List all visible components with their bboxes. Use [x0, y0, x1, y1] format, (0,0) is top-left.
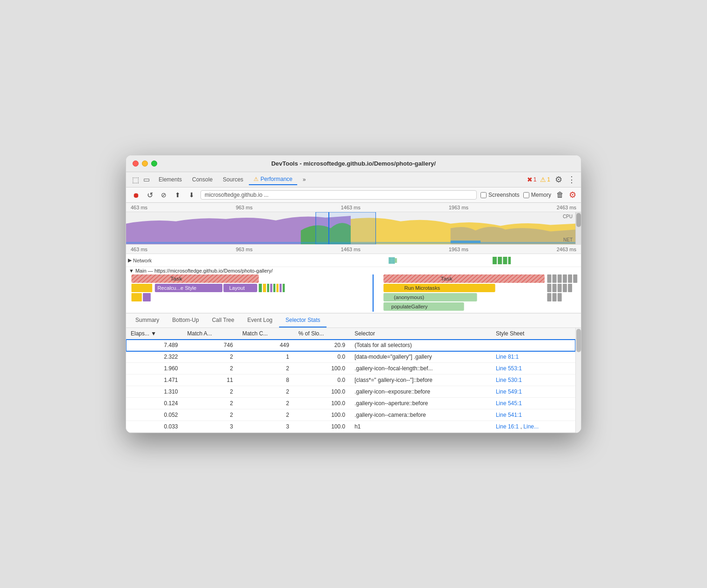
warn-badge: ⚠ 1 [540, 176, 550, 183]
svg-rect-40 [558, 284, 562, 292]
tab-selector-stats[interactable]: Selector Stats [279, 314, 327, 327]
tab-bar: Elements Console Sources ⚠ Performance » [154, 174, 524, 185]
overview-scroll-thumb[interactable] [576, 213, 581, 227]
svg-rect-38 [547, 284, 551, 292]
table-row[interactable]: 0.12422100.0.gallery-icon--aperture::bef… [126, 398, 575, 409]
col-pct-slow[interactable]: % of Slo... [294, 328, 350, 340]
main-track-label[interactable]: ▼ Main — https://microsoftedge.github.io… [126, 267, 581, 274]
col-selector[interactable]: Selector [350, 328, 491, 340]
minimize-button[interactable] [142, 160, 148, 167]
col-match-attempts[interactable]: Match A... [182, 328, 237, 340]
stylesheet-link[interactable]: Line 549:1 [496, 388, 522, 395]
cell-match_count: 2 [238, 409, 294, 421]
stylesheet-link[interactable]: Line 530:1 [496, 377, 522, 383]
device-icon[interactable]: ▭ [142, 175, 151, 184]
settings-button[interactable]: ⚙ [554, 175, 563, 184]
network-chevron-icon: ▶ [128, 257, 132, 263]
download-button[interactable]: ⬇ [187, 190, 197, 200]
top-time-ruler: 463 ms 963 ms 1463 ms 1963 ms 2463 ms [126, 203, 581, 212]
tab-call-tree[interactable]: Call Tree [206, 314, 241, 327]
stylesheet-link[interactable]: Line... [523, 423, 539, 430]
svg-rect-41 [563, 284, 567, 292]
table-row[interactable]: 1.4711180.0[class*=" gallery-icon--"]::b… [126, 374, 575, 386]
cell-pct_slow: 0.0 [294, 374, 350, 386]
table-container: Elaps... ▼ Match A... Match C... % of Sl… [126, 328, 581, 433]
stylesheet-link[interactable]: Line 541:1 [496, 412, 522, 418]
svg-rect-39 [553, 284, 557, 292]
maximize-button[interactable] [151, 160, 157, 167]
performance-settings-button[interactable]: ⚙ [569, 190, 576, 200]
cell-selector: h1 [350, 421, 491, 433]
table-row[interactable]: 0.03333100.0h1Line 16:1 , Line... [126, 421, 575, 433]
svg-text:Task: Task [440, 276, 452, 281]
cell-selector: .gallery-icon--exposure::before [350, 386, 491, 398]
cell-stylesheet: Line 541:1 [491, 409, 575, 421]
flamechart-ruler: 463 ms 963 ms 1463 ms 1963 ms 2463 ms [126, 245, 581, 254]
svg-rect-47 [558, 293, 562, 301]
svg-rect-18 [547, 274, 551, 283]
inspector-icon[interactable]: ⬚ [131, 175, 140, 184]
cell-pct_slow: 100.0 [294, 421, 350, 433]
main-track: ▼ Main — https://microsoftedge.github.io… [126, 267, 581, 313]
table-row[interactable]: 0.05222100.0.gallery-icon--camera::befor… [126, 409, 575, 421]
svg-rect-42 [568, 284, 572, 292]
col-stylesheet[interactable]: Style Sheet [491, 328, 575, 340]
tab-event-log[interactable]: Event Log [241, 314, 279, 327]
table-row[interactable]: 7.48974644920.9(Totals for all selectors… [126, 340, 575, 351]
upload-button[interactable]: ⬆ [173, 190, 183, 200]
tab-elements[interactable]: Elements [154, 174, 187, 185]
cell-elapsed: 7.489 [126, 340, 182, 351]
col-elapsed[interactable]: Elaps... ▼ [126, 328, 182, 340]
svg-rect-31 [270, 284, 272, 292]
flame-container: Task Task Recalcu...e Style [126, 274, 581, 312]
cell-match_attempts: 2 [182, 363, 237, 374]
more-button[interactable]: ⋮ [567, 175, 576, 184]
tab-more[interactable]: » [298, 174, 311, 185]
cell-stylesheet: Line 81:1 [491, 351, 575, 363]
tab-bottom-up[interactable]: Bottom-Up [166, 314, 205, 327]
svg-rect-32 [273, 284, 275, 292]
cell-stylesheet [491, 340, 575, 351]
overview-panel[interactable]: CPU NET [126, 212, 581, 245]
tab-summary[interactable]: Summary [129, 314, 166, 327]
cursor-line [328, 212, 329, 244]
tab-sources[interactable]: Sources [218, 174, 248, 185]
stylesheet-link[interactable]: Line 553:1 [496, 365, 522, 372]
reload-button[interactable]: ↺ [145, 190, 155, 200]
memory-toggle[interactable]: Memory [523, 192, 551, 198]
table-row[interactable]: 1.31022100.0.gallery-icon--exposure::bef… [126, 386, 575, 398]
error-badge: ✖ 1 [527, 176, 537, 183]
svg-rect-13 [132, 274, 259, 283]
overview-scrollbar[interactable] [575, 212, 581, 244]
close-button[interactable] [133, 160, 139, 167]
table-row[interactable]: 1.96022100.0.gallery-icon--focal-length:… [126, 363, 575, 374]
network-track-label[interactable]: ▶ Network [128, 257, 165, 263]
table-wrapper[interactable]: Elaps... ▼ Match A... Match C... % of Sl… [126, 328, 575, 433]
svg-rect-16 [383, 274, 544, 283]
action-bar: ⏺ ↺ ⊘ ⬆ ⬇ microsoftedge.github.io ... Sc… [126, 187, 581, 203]
screenshots-toggle[interactable]: Screenshots [480, 192, 520, 198]
tab-console[interactable]: Console [187, 174, 217, 185]
network-track: ▶ Network [126, 254, 581, 267]
col-match-count[interactable]: Match C... [238, 328, 294, 340]
cell-match_count: 2 [238, 363, 294, 374]
cell-selector: [class*=" gallery-icon--"]::before [350, 374, 491, 386]
stylesheet-link[interactable]: Line 81:1 [496, 354, 519, 360]
devtools-window: ➤ ➤ DevTools - microsoftedge.github.io/D… [126, 155, 581, 433]
cancel-button[interactable]: ⊘ [159, 190, 169, 200]
table-scrollbar[interactable] [575, 328, 581, 433]
cell-match_attempts: 746 [182, 340, 237, 351]
svg-rect-2 [126, 242, 575, 244]
tab-performance[interactable]: ⚠ Performance [249, 174, 297, 185]
stylesheet-link[interactable]: Line 545:1 [496, 400, 522, 407]
cell-pct_slow: 100.0 [294, 409, 350, 421]
table-scroll-thumb[interactable] [576, 329, 581, 352]
clear-button[interactable]: 🗑 [555, 190, 565, 200]
table-row[interactable]: 2.322210.0[data-module="gallery"] .galle… [126, 351, 575, 363]
record-button[interactable]: ⏺ [131, 190, 141, 200]
stylesheet-link[interactable]: Line 16:1 [496, 423, 519, 430]
cell-match_count: 2 [238, 398, 294, 409]
cell-match_attempts: 11 [182, 374, 237, 386]
svg-rect-35 [283, 284, 285, 292]
svg-rect-28 [259, 284, 262, 292]
